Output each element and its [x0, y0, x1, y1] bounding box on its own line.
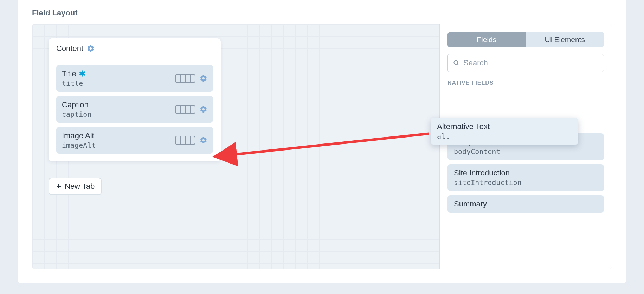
layout-tab[interactable]: Content Title ✱ title	[49, 38, 221, 161]
library-segmented-control: Fields UI Elements	[447, 32, 604, 47]
gear-icon[interactable]	[200, 75, 207, 82]
tab-name: Content	[56, 44, 83, 53]
available-field-summary[interactable]: Summary	[447, 195, 604, 213]
field-label: Alternative Text	[437, 122, 572, 131]
field-library-sidebar: Fields UI Elements Native Fields Common …	[439, 24, 612, 269]
field-label-text: Title	[62, 69, 76, 78]
required-asterisk-icon: ✱	[79, 70, 85, 78]
field-handle: imageAlt	[62, 141, 96, 149]
svg-point-2	[454, 60, 458, 64]
width-chooser[interactable]	[175, 74, 195, 83]
field-label: Caption	[62, 100, 91, 109]
tab-header-row: Content	[49, 38, 221, 57]
field-text: Title ✱ title	[62, 69, 85, 88]
gear-icon[interactable]	[87, 45, 95, 52]
field-actions	[175, 136, 207, 145]
field-text: Image Alt imageAlt	[62, 131, 96, 149]
field-handle: bodyContent	[454, 147, 598, 156]
field-card-image-alt[interactable]: Image Alt imageAlt	[56, 127, 213, 154]
field-card-title[interactable]: Title ✱ title	[56, 65, 213, 92]
segment-ui-elements[interactable]: UI Elements	[526, 32, 604, 47]
field-actions	[175, 74, 207, 83]
field-label-text: Image Alt	[62, 131, 94, 140]
svg-line-3	[457, 64, 459, 65]
new-tab-button[interactable]: New Tab	[49, 178, 102, 195]
field-text: Caption caption	[62, 100, 91, 119]
field-label-text: Caption	[62, 100, 89, 109]
group-label-native: Native Fields	[447, 80, 604, 86]
search-input[interactable]	[463, 58, 599, 68]
width-chooser[interactable]	[175, 136, 195, 145]
field-handle: caption	[62, 110, 91, 119]
field-label: Site Introduction	[454, 168, 598, 178]
layout-canvas[interactable]: Content Title ✱ title	[32, 24, 439, 269]
gear-icon[interactable]	[200, 106, 207, 113]
search-icon	[453, 59, 460, 66]
field-handle: title	[62, 79, 85, 88]
tab-header-content[interactable]: Content	[49, 38, 102, 57]
plus-icon	[56, 183, 62, 190]
field-actions	[175, 105, 207, 114]
field-handle: alt	[437, 132, 572, 140]
new-tab-label: New Tab	[65, 182, 95, 191]
dragging-field-alternative-text[interactable]: Alternative Text alt	[431, 118, 578, 145]
width-chooser[interactable]	[175, 105, 195, 114]
section-heading: Field Layout	[18, 0, 626, 24]
field-card-caption[interactable]: Caption caption	[56, 96, 213, 123]
field-label: Image Alt	[62, 131, 96, 140]
field-label: Summary	[454, 199, 598, 209]
available-list-common: Body Content bodyContent Site Introducti…	[447, 133, 604, 213]
available-field-site-introduction[interactable]: Site Introduction siteIntroduction	[447, 164, 604, 191]
segment-fields[interactable]: Fields	[447, 32, 526, 47]
tab-body: Title ✱ title	[49, 57, 221, 161]
field-handle: siteIntroduction	[454, 178, 598, 187]
layout-designer: Content Title ✱ title	[32, 24, 612, 269]
field-label: Title ✱	[62, 69, 85, 78]
gear-icon[interactable]	[200, 136, 207, 144]
search-field[interactable]	[447, 54, 604, 72]
